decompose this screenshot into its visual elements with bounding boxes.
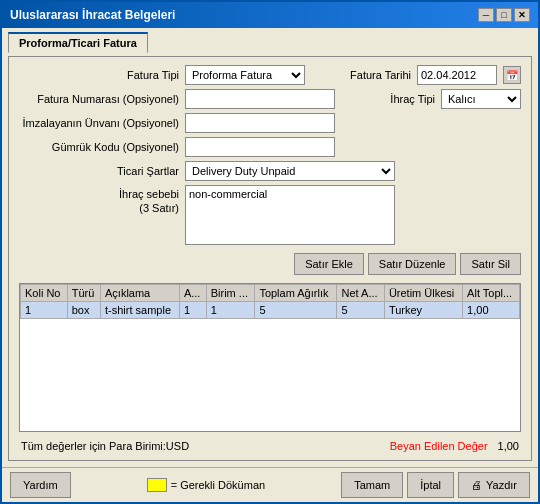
- content-area: Proforma/Ticari Fatura Fatura Tipi Profo…: [2, 28, 538, 467]
- main-window: Uluslararası İhracat Belgeleri ─ □ ✕ Pro…: [0, 0, 540, 504]
- ihrac-sebebi-textarea[interactable]: non-commercial: [185, 185, 395, 245]
- col-turu: Türü: [67, 285, 100, 302]
- col-birim: Birim ...: [206, 285, 255, 302]
- tamam-button[interactable]: Tamam: [341, 472, 403, 498]
- fatura-tarihi-label: Fatura Tarihi: [350, 69, 411, 81]
- maximize-button[interactable]: □: [496, 8, 512, 22]
- form-area: Fatura Tipi Proforma Fatura Ticari Fatur…: [8, 56, 532, 461]
- action-buttons: Satır Ekle Satır Düzenle Satır Sil: [19, 253, 521, 275]
- gumruk-kodu-label: Gümrük Kodu (Opsiyonel): [19, 141, 179, 153]
- required-doc-label: = Gerekli Döküman: [171, 479, 265, 491]
- ihrac-sebebi-label: İhraç sebebi (3 Satır): [19, 185, 179, 216]
- cell-turu: box: [67, 302, 100, 319]
- window-title: Uluslararası İhracat Belgeleri: [10, 8, 175, 22]
- bottom-right-buttons: Tamam İptal 🖨 Yazdır: [341, 472, 530, 498]
- cell-net-a: 5: [337, 302, 384, 319]
- ticari-sartlar-label: Ticari Şartlar: [19, 165, 179, 177]
- imzalayanin-row: İmzalayanın Ünvanı (Opsiyonel): [19, 113, 521, 133]
- cell-koli-no: 1: [21, 302, 68, 319]
- fatura-tipi-label: Fatura Tipi: [19, 69, 179, 81]
- col-alt-topl: Alt Topl...: [463, 285, 520, 302]
- yardim-button[interactable]: Yardım: [10, 472, 71, 498]
- ihrac-tipi-select[interactable]: Kalıcı Geçici: [441, 89, 521, 109]
- yazdir-button[interactable]: 🖨 Yazdır: [458, 472, 530, 498]
- col-toplam-agirlik: Toplam Ağırlık: [255, 285, 337, 302]
- satir-duzenle-button[interactable]: Satır Düzenle: [368, 253, 457, 275]
- fatura-tarihi-input[interactable]: [417, 65, 497, 85]
- ticari-sartlar-row: Ticari Şartlar Delivery Duty Unpaid DDP …: [19, 161, 521, 181]
- title-bar: Uluslararası İhracat Belgeleri ─ □ ✕: [2, 2, 538, 28]
- col-adet: A...: [179, 285, 206, 302]
- cell-aciklama: t-shirt sample: [101, 302, 180, 319]
- fatura-numarasi-input[interactable]: [185, 89, 335, 109]
- imzalayanin-label: İmzalayanın Ünvanı (Opsiyonel): [19, 117, 179, 129]
- cell-alt-topl: 1,00: [463, 302, 520, 319]
- table-header-row: Koli No Türü Açıklama A... Birim ... Top…: [21, 285, 520, 302]
- col-koli-no: Koli No: [21, 285, 68, 302]
- cell-adet: 1: [179, 302, 206, 319]
- satir-ekle-button[interactable]: Satır Ekle: [294, 253, 364, 275]
- satir-sil-button[interactable]: Satır Sil: [460, 253, 521, 275]
- fatura-numarasi-label: Fatura Numarası (Opsiyonel): [19, 93, 179, 105]
- ihrac-sebebi-row: İhraç sebebi (3 Satır) non-commercial: [19, 185, 521, 245]
- col-net-a: Net A...: [337, 285, 384, 302]
- ihrac-tipi-label: İhraç Tipi: [390, 93, 435, 105]
- gumruk-kodu-row: Gümrük Kodu (Opsiyonel): [19, 137, 521, 157]
- minimize-button[interactable]: ─: [478, 8, 494, 22]
- iptal-button[interactable]: İptal: [407, 472, 454, 498]
- cell-birim: 1: [206, 302, 255, 319]
- declared-value-section: Beyan Edilen Değer 1,00: [390, 440, 519, 452]
- fatura-tipi-select[interactable]: Proforma Fatura Ticari Fatura: [185, 65, 305, 85]
- items-table: Koli No Türü Açıklama A... Birim ... Top…: [20, 284, 520, 319]
- ticari-sartlar-select[interactable]: Delivery Duty Unpaid DDP EXW FOB: [185, 161, 395, 181]
- title-bar-buttons: ─ □ ✕: [478, 8, 530, 22]
- col-uretim-ulkesi: Üretim Ülkesi: [384, 285, 462, 302]
- currency-label: Tüm değerler için Para Birimi:USD: [21, 440, 189, 452]
- tab-bar: Proforma/Ticari Fatura: [8, 32, 532, 52]
- fatura-numarasi-row: Fatura Numarası (Opsiyonel) İhraç Tipi K…: [19, 89, 521, 109]
- fatura-tipi-row: Fatura Tipi Proforma Fatura Ticari Fatur…: [19, 65, 521, 85]
- imzalayanin-input[interactable]: [185, 113, 335, 133]
- tab-proforma[interactable]: Proforma/Ticari Fatura: [8, 32, 148, 53]
- declared-amount: 1,00: [498, 440, 519, 452]
- cell-toplam-agirlik: 5: [255, 302, 337, 319]
- gumruk-kodu-input[interactable]: [185, 137, 335, 157]
- printer-icon: 🖨: [471, 479, 482, 491]
- bottom-bar: Yardım = Gerekli Döküman Tamam İptal 🖨 Y…: [2, 467, 538, 502]
- calendar-button[interactable]: 📅: [503, 66, 521, 84]
- close-button[interactable]: ✕: [514, 8, 530, 22]
- table-row[interactable]: 1 box t-shirt sample 1 1 5 5 Turkey 1,00: [21, 302, 520, 319]
- items-table-container: Koli No Türü Açıklama A... Birim ... Top…: [19, 283, 521, 432]
- summary-row: Tüm değerler için Para Birimi:USD Beyan …: [19, 440, 521, 452]
- required-doc-section: = Gerekli Döküman: [147, 478, 265, 492]
- cell-uretim-ulkesi: Turkey: [384, 302, 462, 319]
- col-aciklama: Açıklama: [101, 285, 180, 302]
- required-doc-indicator: [147, 478, 167, 492]
- declared-label: Beyan Edilen Değer: [390, 440, 488, 452]
